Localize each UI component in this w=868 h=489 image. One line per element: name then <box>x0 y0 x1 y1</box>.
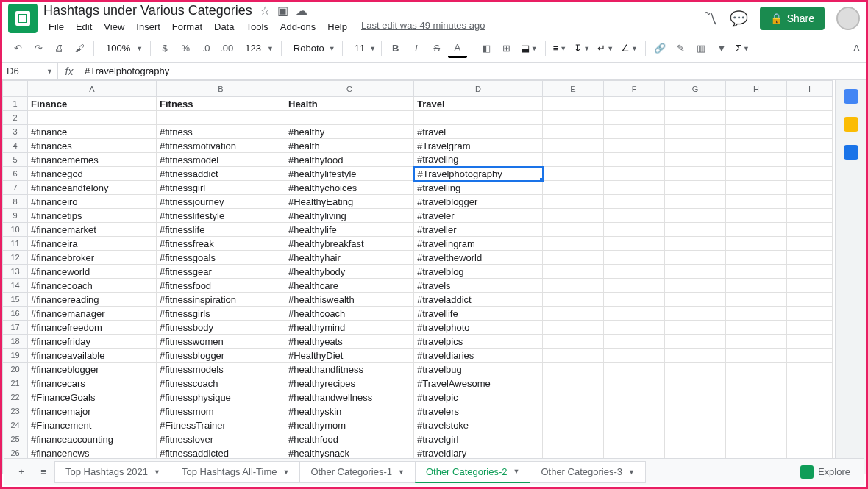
cell-B11[interactable]: #fitnessfreak <box>157 237 285 251</box>
cloud-icon[interactable]: ☁ <box>296 4 307 18</box>
cell-H9[interactable] <box>726 209 787 223</box>
undo-button[interactable]: ↶ <box>8 39 27 58</box>
cell-H4[interactable] <box>726 139 787 153</box>
menu-insert[interactable]: Insert <box>131 20 166 34</box>
increase-decimal-button[interactable]: .00 <box>217 39 236 58</box>
cell-D25[interactable]: #travelgirl <box>414 432 543 446</box>
menu-tools[interactable]: Tools <box>241 20 273 34</box>
cell-I6[interactable] <box>787 167 833 181</box>
cell-B1[interactable]: Fitness <box>157 97 285 111</box>
cell-B5[interactable]: #fitnessmodel <box>157 153 285 167</box>
cell-H5[interactable] <box>726 153 787 167</box>
cell-B8[interactable]: #fitnessjourney <box>157 195 285 209</box>
cell-H12[interactable] <box>726 251 787 265</box>
cell-A9[interactable]: #financetips <box>28 209 157 223</box>
comments-icon[interactable]: 💬 <box>730 10 748 27</box>
sheet-tab[interactable]: Other Categories-2▼ <box>415 461 530 483</box>
cell-H19[interactable] <box>726 349 787 363</box>
cell-G6[interactable] <box>665 167 726 181</box>
cell-H22[interactable] <box>726 390 787 404</box>
cell-I2[interactable] <box>787 111 833 125</box>
cell-D13[interactable]: #travelblog <box>414 265 543 279</box>
row-header[interactable]: 21 <box>3 376 28 390</box>
zoom-dropdown[interactable]: 100%▼ <box>99 43 146 54</box>
number-format-dropdown[interactable]: 123▼ <box>238 43 277 54</box>
currency-button[interactable]: $ <box>155 39 174 58</box>
cell-I24[interactable] <box>787 418 833 432</box>
cell-B13[interactable]: #fitnessgear <box>157 265 285 279</box>
activity-icon[interactable]: 〽 <box>703 10 718 27</box>
cell-D4[interactable]: #Travelgram <box>414 139 543 153</box>
cell-H14[interactable] <box>726 279 787 293</box>
cell-E1[interactable] <box>543 97 604 111</box>
cell-H6[interactable] <box>726 167 787 181</box>
cell-A22[interactable]: #FinanceGoals <box>28 390 157 404</box>
cell-I20[interactable] <box>787 363 833 376</box>
cell-G5[interactable] <box>665 153 726 167</box>
cell-F10[interactable] <box>604 223 665 237</box>
cell-F23[interactable] <box>604 404 665 418</box>
cell-F18[interactable] <box>604 335 665 349</box>
cell-G20[interactable] <box>665 363 726 376</box>
menu-format[interactable]: Format <box>167 20 207 34</box>
keep-icon[interactable] <box>844 117 858 132</box>
cell-E5[interactable] <box>543 153 604 167</box>
cell-G7[interactable] <box>665 181 726 195</box>
borders-button[interactable]: ⊞ <box>497 39 516 58</box>
tasks-icon[interactable] <box>844 145 858 160</box>
cell-E10[interactable] <box>543 223 604 237</box>
cell-C1[interactable]: Health <box>285 97 414 111</box>
cell-H10[interactable] <box>726 223 787 237</box>
cell-F16[interactable] <box>604 307 665 321</box>
cell-H17[interactable] <box>726 321 787 335</box>
cell-D7[interactable]: #travelling <box>414 181 543 195</box>
cell-C25[interactable]: #healthfood <box>285 432 414 446</box>
row-header[interactable]: 14 <box>3 279 28 293</box>
paint-format-button[interactable]: 🖌 <box>70 39 89 58</box>
cell-G1[interactable] <box>665 97 726 111</box>
cell-G13[interactable] <box>665 265 726 279</box>
cell-F14[interactable] <box>604 279 665 293</box>
cell-B4[interactable]: #fitnessmotivation <box>157 139 285 153</box>
menu-help[interactable]: Help <box>322 20 352 34</box>
sheet-tab[interactable]: Other Categories-1▼ <box>299 461 415 483</box>
cell-B18[interactable]: #fitnesswomen <box>157 335 285 349</box>
cell-H1[interactable] <box>726 97 787 111</box>
cell-C12[interactable]: #healthyhair <box>285 251 414 265</box>
document-title[interactable]: Hashtags under Various Categories <box>43 3 252 18</box>
cell-D15[interactable]: #traveladdict <box>414 293 543 307</box>
cell-A18[interactable]: #financefriday <box>28 335 157 349</box>
cell-A24[interactable]: #Financement <box>28 418 157 432</box>
cell-H20[interactable] <box>726 363 787 376</box>
cell-F21[interactable] <box>604 376 665 390</box>
cell-D8[interactable]: #travelblogger <box>414 195 543 209</box>
all-sheets-button[interactable]: ≡ <box>32 462 54 482</box>
cell-B15[interactable]: #fitnessinspiration <box>157 293 285 307</box>
cell-E13[interactable] <box>543 265 604 279</box>
row-header[interactable]: 10 <box>3 223 28 237</box>
cell-B19[interactable]: #fitnessblogger <box>157 349 285 363</box>
fill-color-button[interactable]: ◧ <box>477 39 496 58</box>
font-dropdown[interactable]: Roboto▼ <box>286 43 338 54</box>
chart-button[interactable]: ▥ <box>691 39 711 58</box>
cell-I9[interactable] <box>787 209 833 223</box>
cell-C18[interactable]: #healthyeats <box>285 335 414 349</box>
cell-I15[interactable] <box>787 293 833 307</box>
cell-H16[interactable] <box>726 307 787 321</box>
cell-C17[interactable]: #healthymind <box>285 321 414 335</box>
cell-B21[interactable]: #fitnesscoach <box>157 376 285 390</box>
cell-D14[interactable]: #travels <box>414 279 543 293</box>
cell-A19[interactable]: #financeavailable <box>28 349 157 363</box>
cell-G14[interactable] <box>665 279 726 293</box>
cell-I12[interactable] <box>787 251 833 265</box>
cell-D12[interactable]: #traveltheworld <box>414 251 543 265</box>
strikethrough-button[interactable]: S <box>427 39 447 58</box>
cell-C3[interactable]: #healthy <box>285 125 414 139</box>
cell-F24[interactable] <box>604 418 665 432</box>
row-header[interactable]: 1 <box>3 97 28 111</box>
star-icon[interactable]: ☆ <box>260 4 270 18</box>
sheet-tab[interactable]: Top Hashtags All-Time▼ <box>171 461 301 483</box>
row-header[interactable]: 23 <box>3 404 28 418</box>
cell-G25[interactable] <box>665 432 726 446</box>
name-box[interactable]: D6▼ <box>2 63 58 79</box>
